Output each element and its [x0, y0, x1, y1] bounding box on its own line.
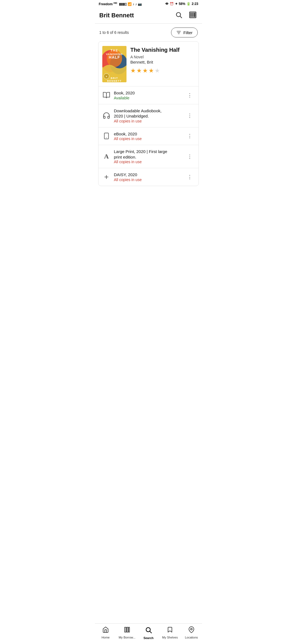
audiobook-more-button[interactable]: ⋮: [185, 112, 195, 119]
book-title[interactable]: The Vanishing Half: [130, 47, 195, 53]
book-author: Bennett, Brit: [130, 60, 195, 64]
book-format-name: Book, 2020: [114, 90, 182, 96]
daisy-more-button[interactable]: ⋮: [185, 173, 195, 181]
ebook-format-status: All copies in use: [114, 137, 182, 141]
more-dots-icon: ⋮: [187, 92, 193, 98]
search-button[interactable]: [174, 10, 183, 20]
audiobook-format-name: Downloadable Audiobook,2020 | Unabridged…: [114, 108, 182, 119]
svg-text:HALF: HALF: [109, 55, 120, 59]
book-header: THE VANISHING HALF ★ BRIT BENNETT The Va…: [98, 42, 199, 86]
book-format-icon: [102, 91, 111, 99]
filter-button[interactable]: Filter: [171, 28, 198, 37]
more-dots-icon: ⋮: [187, 133, 193, 139]
book-format-status: Available: [114, 96, 182, 100]
battery-icon: 🔋: [186, 2, 191, 6]
status-right: 👁 ⏰ ✦ 58% 🔋 2:23: [165, 2, 198, 6]
carrier-text: Freedom HD ▮▮▮▯ 📶 ♪ ♪ 📷: [99, 2, 142, 6]
header: Brit Bennett: [95, 7, 202, 24]
daisy-format-icon: +: [102, 173, 111, 181]
largeprint-format-icon: A: [102, 153, 111, 160]
barcode-icon: [189, 11, 197, 19]
audiobook-format-details: Downloadable Audiobook,2020 | Unabridged…: [114, 108, 182, 123]
svg-text:BENNETT: BENNETT: [107, 80, 122, 82]
time-text: 2:23: [192, 2, 198, 6]
largeprint-format-name: Large Print, 2020 | First largeprint edi…: [114, 149, 182, 160]
more-dots-icon: ⋮: [187, 154, 193, 159]
battery-text: 58%: [179, 2, 185, 6]
filter-label: Filter: [183, 30, 193, 35]
daisy-format-name: DAISY, 2020: [114, 172, 182, 178]
search-icon: [175, 11, 182, 18]
results-count: 1 to 6 of 6 results: [99, 30, 129, 35]
star-2: ★: [136, 67, 142, 74]
status-bar: Freedom HD ▮▮▮▯ 📶 ♪ ♪ 📷 👁 ⏰ ✦ 58% 🔋 2:23: [95, 0, 202, 7]
more-dots-icon: ⋮: [187, 113, 193, 118]
book-cover-image: THE VANISHING HALF ★ BRIT BENNETT: [102, 46, 127, 82]
tablet-icon: [103, 132, 110, 140]
alarm-icon: ⏰: [170, 2, 174, 6]
book-card: THE VANISHING HALF ★ BRIT BENNETT The Va…: [98, 41, 199, 186]
star-1: ★: [130, 67, 136, 74]
format-row-book: Book, 2020 Available ⋮: [98, 86, 199, 104]
more-dots-icon: ⋮: [187, 174, 193, 180]
ebook-format-icon: [102, 132, 111, 140]
audiobook-format-status: All copies in use: [114, 119, 182, 123]
star-4: ★: [148, 67, 154, 74]
open-book-icon: [103, 91, 110, 99]
large-a-icon: A: [104, 153, 109, 160]
headphones-icon: [103, 112, 110, 119]
svg-rect-23: [104, 133, 108, 139]
largeprint-format-details: Large Print, 2020 | First largeprint edi…: [114, 149, 182, 164]
star-5: ★: [155, 67, 160, 74]
svg-text:★: ★: [106, 75, 107, 77]
book-more-button[interactable]: ⋮: [185, 92, 195, 99]
book-subtitle: A Novel: [130, 55, 195, 59]
header-actions: [174, 10, 198, 21]
book-cover[interactable]: THE VANISHING HALF ★ BRIT BENNETT: [102, 46, 127, 82]
format-row-audiobook: Downloadable Audiobook,2020 | Unabridged…: [98, 104, 199, 127]
svg-text:THE: THE: [111, 49, 118, 52]
results-bar: 1 to 6 of 6 results Filter: [95, 24, 202, 41]
page-title: Brit Bennett: [99, 12, 134, 19]
bluetooth-icon: ✦: [175, 2, 178, 6]
ebook-format-details: eBook, 2020 All copies in use: [114, 131, 182, 141]
audiobook-format-icon: [102, 112, 111, 119]
ebook-more-button[interactable]: ⋮: [185, 132, 195, 140]
eye-icon: 👁: [165, 2, 169, 6]
format-row-largeprint: A Large Print, 2020 | First largeprint e…: [98, 145, 199, 168]
plus-icon: +: [104, 173, 109, 181]
ebook-format-name: eBook, 2020: [114, 131, 182, 137]
book-format-details: Book, 2020 Available: [114, 90, 182, 100]
largeprint-format-status: All copies in use: [114, 160, 182, 164]
svg-text:BRIT: BRIT: [111, 77, 118, 80]
largeprint-more-button[interactable]: ⋮: [185, 153, 195, 160]
star-3: ★: [142, 67, 148, 74]
daisy-format-details: DAISY, 2020 All copies in use: [114, 172, 182, 182]
format-row-daisy: + DAISY, 2020 All copies in use ⋮: [98, 168, 199, 186]
format-row-ebook: eBook, 2020 All copies in use ⋮: [98, 127, 199, 145]
svg-line-1: [180, 16, 182, 18]
barcode-button[interactable]: [188, 10, 198, 21]
filter-icon: [176, 30, 181, 35]
daisy-format-status: All copies in use: [114, 178, 182, 182]
star-rating: ★ ★ ★ ★ ★: [130, 67, 195, 74]
book-info: The Vanishing Half A Novel Bennett, Brit…: [130, 46, 195, 74]
